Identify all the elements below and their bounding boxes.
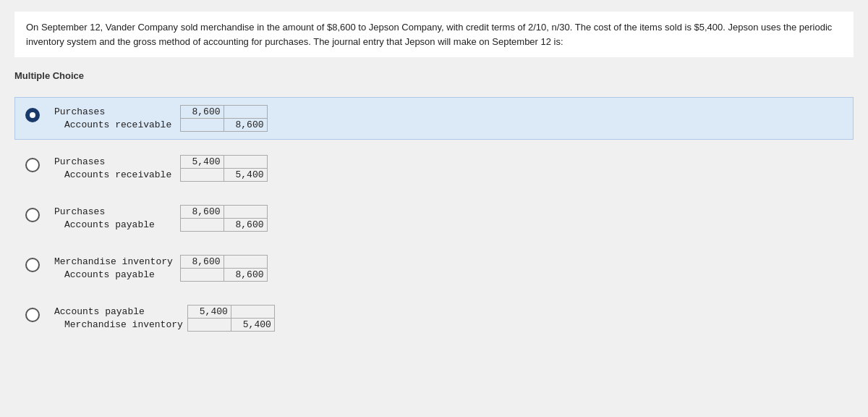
- options-container: Purchases8,600Accounts receivable8,600Pu…: [14, 90, 854, 354]
- debit-cell: [180, 269, 224, 282]
- credit-cell: 8,600: [224, 119, 267, 132]
- debit-cell: [187, 319, 231, 332]
- option-row-4[interactable]: Merchandise inventory8,600Accounts payab…: [14, 247, 854, 290]
- intro-text: On September 12, Vander Company sold mer…: [14, 12, 854, 57]
- journal-row: Accounts payable5,400: [50, 306, 274, 319]
- account-name: Merchandise inventory: [50, 256, 180, 269]
- account-name: Accounts payable: [50, 269, 180, 282]
- journal-table-5: Accounts payable5,400Merchandise invento…: [50, 305, 275, 332]
- credit-cell: 8,600: [224, 269, 267, 282]
- journal-table-1: Purchases8,600Accounts receivable8,600: [50, 105, 268, 132]
- account-name: Accounts receivable: [50, 119, 180, 132]
- account-name: Purchases: [50, 206, 180, 219]
- radio-button-3[interactable]: [25, 208, 40, 222]
- journal-row: Accounts payable8,600: [50, 269, 267, 282]
- debit-cell: 8,600: [180, 206, 224, 219]
- radio-button-1[interactable]: [25, 108, 40, 122]
- account-name: Purchases: [50, 106, 180, 119]
- journal-row: Purchases8,600: [50, 106, 267, 119]
- journal-row: Merchandise inventory8,600: [50, 256, 267, 269]
- account-name: Purchases: [50, 156, 180, 169]
- debit-cell: 8,600: [180, 106, 224, 119]
- option-row-5[interactable]: Accounts payable5,400Merchandise invento…: [14, 297, 854, 340]
- account-name: Accounts payable: [50, 219, 180, 232]
- radio-button-4[interactable]: [25, 258, 40, 272]
- journal-row: Merchandise inventory5,400: [50, 319, 274, 332]
- account-name: Accounts payable: [50, 306, 187, 319]
- debit-cell: 5,400: [187, 306, 231, 319]
- journal-table-4: Merchandise inventory8,600Accounts payab…: [50, 255, 268, 282]
- section-label: Multiple Choice: [14, 70, 854, 81]
- journal-row: Purchases8,600: [50, 206, 267, 219]
- debit-cell: [180, 169, 224, 182]
- radio-button-5[interactable]: [25, 308, 40, 322]
- option-row-3[interactable]: Purchases8,600Accounts payable8,600: [14, 197, 854, 240]
- option-row-1[interactable]: Purchases8,600Accounts receivable8,600: [14, 97, 854, 140]
- debit-cell: [180, 119, 224, 132]
- debit-cell: 8,600: [180, 256, 224, 269]
- account-name: Accounts receivable: [50, 169, 180, 182]
- account-name: Merchandise inventory: [50, 319, 187, 332]
- debit-cell: 5,400: [180, 156, 224, 169]
- radio-button-2[interactable]: [25, 158, 40, 172]
- credit-cell: [224, 106, 267, 119]
- credit-cell: [224, 156, 267, 169]
- credit-cell: 5,400: [231, 319, 274, 332]
- journal-table-3: Purchases8,600Accounts payable8,600: [50, 205, 268, 232]
- journal-row: Accounts receivable5,400: [50, 169, 267, 182]
- journal-row: Accounts receivable8,600: [50, 119, 267, 132]
- credit-cell: [224, 256, 267, 269]
- journal-row: Purchases5,400: [50, 156, 267, 169]
- journal-row: Accounts payable8,600: [50, 219, 267, 232]
- credit-cell: 8,600: [224, 219, 267, 232]
- debit-cell: [180, 219, 224, 232]
- option-row-2[interactable]: Purchases5,400Accounts receivable5,400: [14, 147, 854, 190]
- credit-cell: [224, 206, 267, 219]
- journal-table-2: Purchases5,400Accounts receivable5,400: [50, 155, 268, 182]
- credit-cell: 5,400: [224, 169, 267, 182]
- credit-cell: [231, 306, 274, 319]
